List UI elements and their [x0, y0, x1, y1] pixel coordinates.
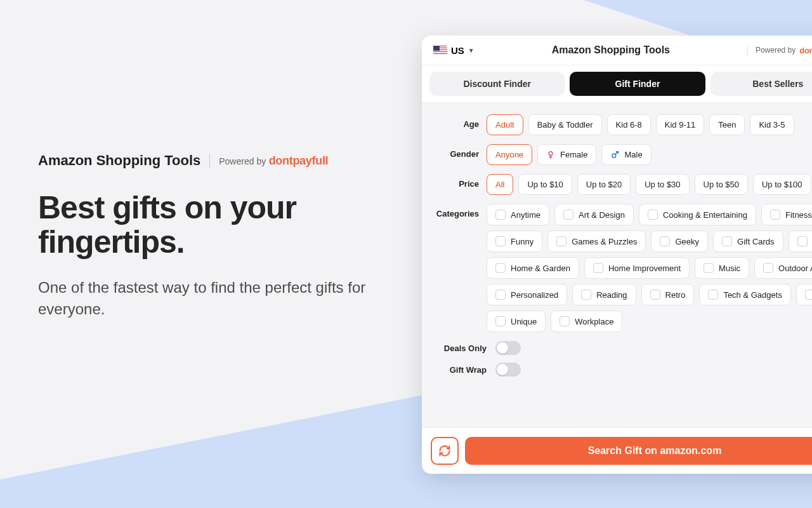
- age-option-kid68[interactable]: Kid 6-8: [607, 114, 651, 135]
- price-option-30[interactable]: Up to $30: [636, 174, 689, 195]
- svg-point-0: [549, 151, 553, 155]
- age-option-teen[interactable]: Teen: [709, 114, 745, 135]
- subheadline: One of the fastest way to find the perfe…: [38, 277, 368, 319]
- checkbox-icon: [660, 236, 670, 246]
- headline: Best gifts on your fingertips.: [38, 190, 368, 259]
- age-chips: Adult Baby & Toddler Kid 6-8 Kid 9-11 Te…: [487, 114, 794, 135]
- age-label: Age: [432, 114, 487, 129]
- chevron-down-icon: ▼: [468, 47, 475, 54]
- category-option[interactable]: Reading: [572, 284, 636, 305]
- age-option-kid911[interactable]: Kid 9-11: [656, 114, 704, 135]
- category-option[interactable]: Hap: [789, 231, 812, 252]
- checkbox-icon: [704, 263, 714, 273]
- brand-logo-small: dontpayfull: [799, 46, 812, 55]
- deals-only-label: Deals Only: [432, 344, 487, 353]
- category-option[interactable]: Gift Cards: [713, 231, 783, 252]
- marketing-copy: Amazon Shopping Tools Powered by dontpay…: [38, 152, 368, 319]
- category-option[interactable]: Geeky: [651, 231, 708, 252]
- category-chips: AnytimeArt & DesignCooking & Entertainin…: [487, 204, 812, 332]
- country-select[interactable]: US ▼: [433, 45, 475, 56]
- category-option[interactable]: Anytime: [487, 204, 549, 225]
- checkbox-icon: [556, 236, 566, 246]
- panel-title: Amazon Shopping Tools: [481, 44, 741, 56]
- male-icon: [610, 150, 619, 159]
- refresh-icon: [438, 444, 451, 457]
- female-icon: [546, 150, 555, 159]
- price-option-10[interactable]: Up to $10: [518, 174, 572, 195]
- country-label: US: [451, 45, 464, 56]
- age-option-kid35[interactable]: Kid 3-5: [750, 114, 794, 135]
- checkbox-icon: [763, 263, 773, 273]
- category-option[interactable]: Fitness &: [761, 204, 812, 225]
- gift-wrap-label: Gift Wrap: [432, 365, 487, 375]
- category-option[interactable]: Tech & Gadgets: [699, 284, 791, 305]
- category-option[interactable]: Home Improvement: [584, 257, 690, 279]
- tool-panel: US ▼ Amazon Shopping Tools Powered by do…: [422, 36, 812, 474]
- tab-discount-finder[interactable]: Discount Finder: [429, 72, 565, 96]
- price-option-50[interactable]: Up to $50: [695, 174, 748, 195]
- category-option[interactable]: Art & Design: [554, 204, 634, 225]
- panel-header: US ▼ Amazon Shopping Tools Powered by do…: [422, 36, 812, 65]
- flag-us-icon: [433, 46, 447, 55]
- category-option[interactable]: Outdoor Ad: [754, 257, 812, 279]
- divider: [209, 154, 210, 168]
- title-row: Amazon Shopping Tools Powered by dontpay…: [38, 152, 368, 169]
- deals-only-toggle[interactable]: [495, 341, 521, 355]
- filter-age: Age Adult Baby & Toddler Kid 6-8 Kid 9-1…: [432, 114, 812, 135]
- price-option-20[interactable]: Up to $20: [577, 174, 631, 195]
- checkbox-icon: [495, 263, 506, 273]
- category-option[interactable]: Workplace: [551, 311, 622, 332]
- category-option[interactable]: Unique: [487, 311, 546, 332]
- gender-option-female[interactable]: Female: [537, 144, 596, 165]
- filters: Age Adult Baby & Toddler Kid 6-8 Kid 9-1…: [422, 103, 812, 427]
- svg-point-3: [612, 154, 616, 157]
- price-label: Price: [432, 174, 487, 189]
- search-button[interactable]: Search Gift on amazon.com: [465, 437, 812, 465]
- checkbox-icon: [581, 290, 591, 300]
- filter-gift-wrap: Gift Wrap: [432, 363, 812, 377]
- gift-wrap-toggle[interactable]: [495, 363, 521, 377]
- checkbox-icon: [495, 210, 506, 220]
- panel-footer: Search Gift on amazon.com: [422, 427, 812, 474]
- category-option[interactable]: Cooking & Entertaining: [639, 204, 756, 225]
- checkbox-icon: [495, 236, 506, 246]
- reset-button[interactable]: [431, 437, 459, 465]
- category-option[interactable]: Personalized: [487, 284, 567, 305]
- powered-by-label: Powered by dontpayfull: [219, 154, 328, 168]
- tabs: Discount Finder Gift Finder Best Sellers: [422, 65, 812, 103]
- price-option-100[interactable]: Up to $100: [753, 174, 811, 195]
- filter-deals-only: Deals Only: [432, 341, 812, 355]
- filter-gender: Gender Anyone Female Male: [432, 144, 812, 165]
- category-option[interactable]: Games & Puzzles: [547, 231, 646, 252]
- brand-logo: dontpayfull: [269, 154, 329, 167]
- filter-price: Price All Up to $10 Up to $20 Up to $30 …: [432, 174, 812, 195]
- checkbox-icon: [650, 290, 660, 300]
- category-option[interactable]: Tra: [796, 284, 812, 305]
- checkbox-icon: [797, 236, 808, 246]
- checkbox-icon: [563, 210, 573, 220]
- filter-categories: Categories AnytimeArt & DesignCooking & …: [432, 204, 812, 332]
- checkbox-icon: [770, 210, 780, 220]
- category-option[interactable]: Retro: [641, 284, 695, 305]
- category-option[interactable]: Home & Garden: [487, 257, 579, 279]
- checkbox-icon: [648, 210, 658, 220]
- checkbox-icon: [560, 316, 570, 326]
- gender-option-anyone[interactable]: Anyone: [487, 144, 532, 165]
- gender-label: Gender: [432, 144, 487, 159]
- categories-label: Categories: [432, 204, 487, 218]
- checkbox-icon: [495, 290, 506, 300]
- category-option[interactable]: Music: [695, 257, 749, 279]
- checkbox-icon: [805, 290, 812, 300]
- age-option-adult[interactable]: Adult: [487, 114, 523, 135]
- tab-gift-finder[interactable]: Gift Finder: [570, 72, 705, 96]
- gender-option-male[interactable]: Male: [601, 144, 651, 165]
- category-option[interactable]: Funny: [487, 231, 542, 252]
- checkbox-icon: [722, 236, 732, 246]
- tab-best-sellers[interactable]: Best Sellers: [710, 72, 812, 96]
- price-chips: All Up to $10 Up to $20 Up to $30 Up to …: [487, 174, 812, 195]
- app-title: Amazon Shopping Tools: [38, 152, 200, 169]
- age-option-baby[interactable]: Baby & Toddler: [528, 114, 602, 135]
- price-option-all[interactable]: All: [487, 174, 513, 195]
- checkbox-icon: [708, 290, 718, 300]
- panel-powered-by: Powered by dontpayfull: [747, 46, 812, 55]
